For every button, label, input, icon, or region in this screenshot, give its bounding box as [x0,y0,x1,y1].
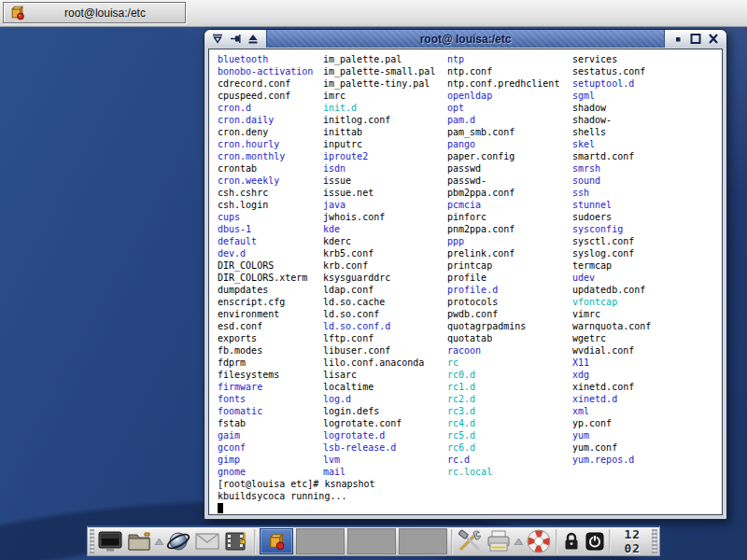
file-entry: stunnel [572,199,612,211]
titlebar-drag-area[interactable]: root@ louisa:/etc [266,30,665,48]
file-entry: smartd.conf [572,150,634,162]
file-entry: DIR_COLORS [218,259,274,272]
web-browser-button[interactable] [165,527,192,555]
eject-button[interactable] [247,33,260,46]
file-entry: mail [323,466,345,478]
file-entry: issue [323,175,351,187]
file-entry: lvm [323,454,340,466]
file-entry: cron.d [218,102,251,114]
file-entry: inittab [323,126,362,138]
popup-arrow-icon[interactable] [155,527,163,555]
minimize-button[interactable] [671,33,684,46]
taskbar-window-button[interactable]: root@louisa:/etc [3,2,186,23]
file-entry: openldap [447,90,492,102]
terminal-row: fstablogrotate.confrc4.dyp.conf [218,417,722,429]
popup-arrow-icon[interactable] [514,527,523,555]
file-entry: yum [572,429,589,441]
file-entry: quotatab [447,332,492,344]
file-entry: iproute2 [323,150,368,162]
file-entry: syslog.conf [572,247,634,259]
printer-button[interactable] [486,527,513,555]
pin-button[interactable] [229,33,242,46]
mail-button[interactable] [194,527,221,555]
panel-handle-left[interactable] [90,529,94,553]
titlebar-left-buttons [204,30,266,48]
file-entry: sound [572,175,600,187]
logout-button[interactable] [585,527,606,555]
file-entry: cron.weekly [218,175,279,187]
taskbar-cell-active[interactable] [260,528,293,554]
file-entry: csh.cshrc [218,187,268,199]
file-entry: sudoers [572,211,612,223]
file-entry: vimrc [572,308,600,320]
file-entry: services [572,53,617,65]
top-taskbar: root@louisa:/etc [0,0,747,27]
file-entry: shadow- [572,114,612,126]
file-entry: setuptool.d [572,77,634,90]
file-entry: logrotate.conf [323,417,402,429]
help-button[interactable] [525,527,552,555]
file-entry: profile [447,272,486,284]
terminal-row: gimplvmrc.dyum.repos.d [218,454,722,466]
file-entry: pango [447,138,475,150]
terminal-row: exportslftp.confquotatabwgetrc [218,332,722,344]
file-entry: rc6.d [447,441,475,454]
file-entry: enscript.cfg [218,296,285,308]
file-entry: dumpdates [218,284,268,296]
file-entry: rc4.d [447,417,475,429]
panel-handle-right[interactable] [652,529,656,553]
terminal-row: cron.hourlyinputrcpangoskel [218,138,722,150]
file-entry: fonts [218,393,246,405]
panel-clock[interactable]: 12 02 [614,527,650,555]
show-desktop-button[interactable] [96,527,123,555]
file-entry: pbm2ppa.conf [447,187,514,199]
home-folder-button[interactable] [126,527,153,555]
terminal-row: dumpdatesldap.confprofile.dupdatedb.conf [218,284,722,296]
file-entry: kde [323,223,340,235]
terminal-row: csh.cshrcissue.netpbm2ppa.confssh [218,187,722,199]
file-entry: pam.d [447,114,475,126]
file-entry: initlog.conf [323,114,390,126]
terminal-row: fb.modeslibuser.confracoonwvdial.conf [218,344,722,357]
file-entry: dbus-1 [218,223,251,235]
shade-down-button[interactable] [211,33,224,46]
file-entry: bluetooth [218,53,268,65]
file-entry: cpuspeed.conf [218,90,290,102]
file-entry: lftp.conf [323,332,374,344]
file-entry: krb5.conf [323,247,374,259]
file-entry: rc5.d [447,429,475,441]
file-entry: ssh [572,187,589,199]
file-entry: termcap [572,259,612,272]
terminal-row: cron.monthlyiproute2paper.configsmartd.c… [218,150,722,162]
taskbar-cell-empty[interactable] [347,528,396,554]
file-entry: cron.daily [218,114,274,126]
file-entry: fb.modes [218,344,262,357]
utilities-tools-icon [457,529,483,553]
file-entry: esd.conf [218,320,262,332]
utilities-button[interactable] [457,527,484,555]
lock-screen-button[interactable] [561,527,583,555]
multimedia-button[interactable] [223,527,250,555]
titlebar[interactable]: root@ louisa:/etc [204,30,726,48]
taskbar-cell-empty[interactable] [399,528,447,554]
file-entry: updatedb.conf [572,284,645,296]
file-entry: cdrecord.conf [218,77,290,90]
file-entry: rc3.d [447,405,475,417]
file-entry: ksysguarddrc [323,272,390,284]
terminal-screen[interactable]: bluetoothim_palette.palntpservicesbonobo… [208,49,723,515]
file-entry: logrotate.d [323,429,385,441]
file-entry: fdprm [218,357,246,369]
panel-separator [254,529,256,553]
file-entry: wgetrc [572,332,606,344]
file-entry: cron.deny [218,126,268,138]
file-entry: opt [447,102,464,114]
file-entry: cups [218,211,240,223]
file-entry: issue.net [323,187,374,199]
taskbar-cell-empty[interactable] [296,528,345,554]
terminal-row: csh.loginjavapcmciastunnel [218,199,722,211]
file-entry: DIR_COLORS.xterm [218,272,307,284]
maximize-button[interactable] [689,33,702,46]
close-button[interactable] [707,33,720,46]
file-entry: pcmcia [447,199,481,211]
file-entry: im_palette.pal [323,53,402,65]
